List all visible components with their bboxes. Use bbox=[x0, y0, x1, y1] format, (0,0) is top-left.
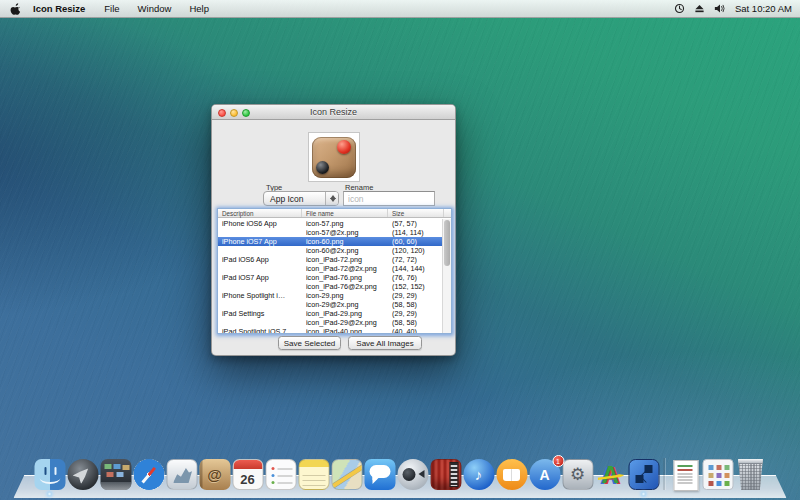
dock-icon-photo-booth[interactable] bbox=[430, 459, 462, 490]
zoom-button[interactable] bbox=[242, 109, 250, 117]
table-row[interactable]: iPhone iOS6 Appicon-57.png(57, 57) bbox=[218, 219, 442, 228]
dock-icon-mission-control[interactable] bbox=[100, 459, 132, 490]
column-header-size[interactable]: Size bbox=[388, 209, 444, 217]
dock-icon-messages[interactable] bbox=[364, 459, 396, 490]
cell-size: (40, 40) bbox=[392, 327, 444, 334]
menu-window[interactable]: Window bbox=[129, 3, 181, 14]
dock-icon-itunes[interactable]: ♪ bbox=[463, 459, 495, 490]
table-body: iPhone iOS6 Appicon-57.png(57, 57)icon-5… bbox=[218, 219, 442, 333]
type-popup-value: App Icon bbox=[270, 194, 304, 204]
minimize-button[interactable] bbox=[230, 109, 238, 117]
cell-description: iPad Settings bbox=[222, 309, 302, 318]
cell-filename: icon-57@2x.png bbox=[306, 228, 388, 237]
table-row[interactable]: icon_iPad-72@2x.png(144, 144) bbox=[218, 264, 442, 273]
dock-icon-icon-resize-app[interactable] bbox=[628, 459, 660, 490]
scrollbar-thumb[interactable] bbox=[444, 220, 450, 266]
dock-icon-mail[interactable] bbox=[166, 459, 198, 490]
letter-a-app-glyph: A bbox=[595, 459, 626, 490]
type-popup-button[interactable]: App Icon bbox=[263, 191, 339, 206]
dock-icon-letter-a-app[interactable]: A bbox=[595, 459, 627, 490]
cell-description bbox=[222, 282, 302, 291]
dock-icon-contacts[interactable]: @ bbox=[199, 459, 231, 490]
cell-size: (72, 72) bbox=[392, 255, 444, 264]
table-row[interactable]: iPad iOS6 Appicon_iPad-72.png(72, 72) bbox=[218, 255, 442, 264]
running-indicator bbox=[48, 492, 52, 496]
table-row[interactable]: iPad Settingsicon_iPad-29.png(29, 29) bbox=[218, 309, 442, 318]
contacts-icon: @ bbox=[199, 459, 230, 490]
system-preferences-glyph: ⚙ bbox=[563, 460, 592, 489]
ibooks-icon bbox=[496, 459, 527, 490]
trash-icon bbox=[735, 459, 766, 490]
table-row[interactable]: icon-57@2x.png(114, 114) bbox=[218, 228, 442, 237]
dock-icon-system-preferences[interactable]: ⚙ bbox=[562, 459, 594, 490]
close-button[interactable] bbox=[218, 109, 226, 117]
table-row[interactable]: icon-60@2x.png(120, 120) bbox=[218, 246, 442, 255]
table-row[interactable]: iPad iOS7 Appicon_iPad-76.png(76, 76) bbox=[218, 273, 442, 282]
table-row[interactable]: icon-29@2x.png(58, 58) bbox=[218, 300, 442, 309]
column-header-file-name[interactable]: File name bbox=[302, 209, 388, 217]
dock-icon-launchpad[interactable] bbox=[67, 459, 99, 490]
system-preferences-icon: ⚙ bbox=[562, 459, 593, 490]
cell-size: (57, 57) bbox=[392, 219, 444, 228]
calendar-date: 26 bbox=[233, 469, 262, 489]
dock-icon-facetime[interactable] bbox=[397, 459, 429, 490]
table-row[interactable]: iPhone iOS7 Appicon-60.png(60, 60) bbox=[218, 237, 442, 246]
itunes-glyph: ♪ bbox=[463, 459, 494, 490]
volume-icon[interactable] bbox=[714, 3, 726, 14]
cell-description: iPad iOS6 App bbox=[222, 255, 302, 264]
dock-icon-notes[interactable] bbox=[298, 459, 330, 490]
dock: @26♪A1⚙A bbox=[30, 454, 771, 500]
dock-icon-maps[interactable] bbox=[331, 459, 363, 490]
active-app-name[interactable]: Icon Resize bbox=[31, 3, 95, 14]
dock-icon-reminders[interactable] bbox=[265, 459, 297, 490]
rename-input[interactable] bbox=[343, 191, 435, 206]
cell-size: (76, 76) bbox=[392, 273, 444, 282]
dock-icon-trash[interactable] bbox=[735, 459, 767, 490]
table-row[interactable]: icon_iPad-29@2x.png(58, 58) bbox=[218, 318, 442, 327]
dock-icon-safari[interactable] bbox=[133, 459, 165, 490]
mission-control-icon bbox=[100, 459, 131, 490]
dock-icon-ibooks[interactable] bbox=[496, 459, 528, 490]
dock-icon-calendar[interactable]: 26 bbox=[232, 459, 264, 490]
column-header-description[interactable]: Description bbox=[218, 209, 302, 217]
app-icon-preview-image bbox=[312, 137, 356, 178]
dock-icon-finder[interactable] bbox=[34, 459, 66, 490]
icon-resize-app-icon bbox=[628, 459, 659, 490]
menu-help[interactable]: Help bbox=[180, 3, 218, 14]
table-header[interactable]: DescriptionFile nameSize bbox=[218, 209, 451, 218]
cell-size: (29, 29) bbox=[392, 309, 444, 318]
dock-icon-document[interactable] bbox=[669, 459, 701, 490]
cell-filename: icon_iPad-40.png bbox=[306, 327, 388, 334]
cell-filename: icon_iPad-72.png bbox=[306, 255, 388, 264]
cell-filename: icon-57.png bbox=[306, 219, 388, 228]
table-scrollbar[interactable] bbox=[442, 219, 451, 333]
table-row[interactable]: iPad Spotlight iOS 7icon_iPad-40.png(40,… bbox=[218, 327, 442, 334]
cell-filename: icon-60@2x.png bbox=[306, 246, 388, 255]
table-row[interactable]: icon_iPad-76@2x.png(152, 152) bbox=[218, 282, 442, 291]
dock-icon-app-store[interactable]: A1 bbox=[529, 459, 561, 490]
apple-menu-icon[interactable] bbox=[0, 2, 31, 15]
menu-file[interactable]: File bbox=[95, 3, 128, 14]
notification-badge: 1 bbox=[552, 455, 564, 467]
reminders-icon bbox=[265, 459, 296, 490]
menu-bar-clock[interactable]: Sat 10:20 AM bbox=[735, 3, 792, 14]
cell-filename: icon-29.png bbox=[306, 291, 388, 300]
cell-size: (120, 120) bbox=[392, 246, 444, 255]
table-row[interactable]: iPhone Spotlight i…icon-29.png(29, 29) bbox=[218, 291, 442, 300]
window-titlebar[interactable]: Icon Resize bbox=[212, 105, 455, 120]
cell-size: (60, 60) bbox=[392, 237, 444, 246]
cell-size: (58, 58) bbox=[392, 300, 444, 309]
dock-icon-downloads[interactable] bbox=[702, 459, 734, 490]
time-machine-icon[interactable] bbox=[674, 3, 685, 14]
itunes-icon: ♪ bbox=[463, 459, 494, 490]
cell-description: iPad iOS7 App bbox=[222, 273, 302, 282]
photo-booth-icon bbox=[430, 459, 461, 490]
cell-size: (58, 58) bbox=[392, 318, 444, 327]
cell-filename: icon_iPad-76@2x.png bbox=[306, 282, 388, 291]
sizes-table[interactable]: DescriptionFile nameSize iPhone iOS6 App… bbox=[217, 208, 452, 334]
cell-filename: icon-29@2x.png bbox=[306, 300, 388, 309]
save-all-images-button[interactable]: Save All Images bbox=[348, 336, 422, 350]
save-selected-button[interactable]: Save Selected bbox=[278, 336, 341, 350]
letter-a-app-icon: A bbox=[595, 459, 626, 490]
eject-icon[interactable] bbox=[694, 3, 705, 14]
